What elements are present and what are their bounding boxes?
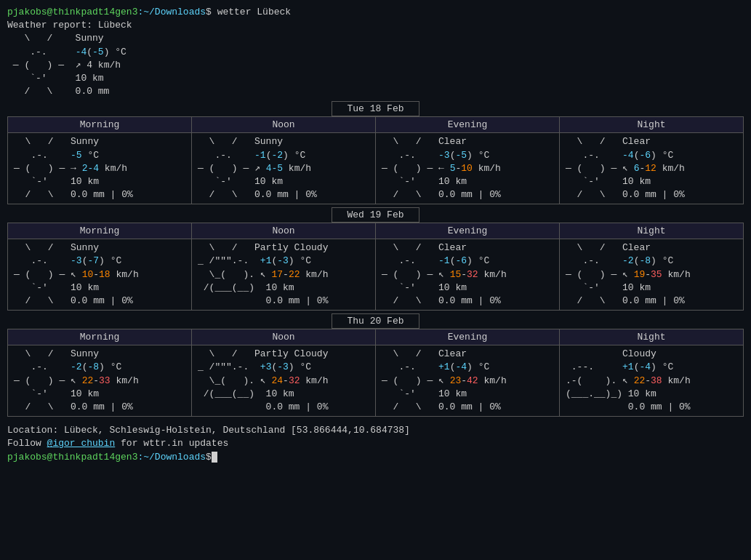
- cell-morning-thu: \ / Sunny .-. -2(-8) °C — ( ) — ↖ 22-33 …: [8, 345, 192, 417]
- bottom-prompt-symbol: $: [206, 452, 212, 463]
- weather-data-row-thu: \ / Sunny .-. -2(-8) °C — ( ) — ↖ 22-33 …: [8, 345, 744, 417]
- col-noon-wed: Noon: [192, 223, 376, 239]
- footer-section: Location: Lübeck, Schleswig-Holstein, De…: [7, 420, 744, 465]
- col-night-thu: Night: [560, 329, 744, 345]
- evening-content-wed: \ / Clear .-. -1(-6) °C — ( ) — ↖ 15-32 …: [382, 241, 553, 308]
- col-morning-thu: Morning: [8, 329, 192, 345]
- morning-content-wed: \ / Sunny .-. -3(-7) °C — ( ) — ↖ 10-18 …: [14, 241, 185, 308]
- terminal: pjakobs@thinkpadt14gen3:~/Downloads$ wet…: [0, 0, 751, 560]
- col-evening-thu: Evening: [376, 329, 560, 345]
- weather-table-tue: Morning Noon Evening Night \ / Sunny .-.…: [7, 116, 744, 204]
- weather-data-row-tue: \ / Sunny .-. -5 °C — ( ) — → 2-4 km/h `…: [8, 133, 744, 204]
- follow-line: Follow @igor_chubin for wttr.in updates: [7, 437, 744, 450]
- col-evening-wed: Evening: [376, 223, 560, 239]
- location-line: Location: Lübeck, Schleswig-Holstein, De…: [7, 424, 744, 437]
- day-block-tue: Tue 18 Feb Morning Noon Evening Night \ …: [7, 101, 744, 204]
- prompt-user: pjakobs@thinkpadt14gen3: [7, 7, 137, 17]
- cell-morning-tue: \ / Sunny .-. -5 °C — ( ) — → 2-4 km/h `…: [8, 133, 192, 204]
- cell-noon-tue: \ / Sunny .-. -1(-2) °C — ( ) — ↗ 4-5 km…: [192, 133, 376, 204]
- top-icon-l2: .-. -4(-5) °C: [7, 47, 126, 57]
- cell-morning-wed: \ / Sunny .-. -3(-7) °C — ( ) — ↖ 10-18 …: [8, 239, 192, 311]
- day-header-wed: Wed 19 Feb: [7, 207, 744, 223]
- morning-content-tue: \ / Sunny .-. -5 °C — ( ) — → 2-4 km/h `…: [14, 135, 185, 201]
- col-morning-tue: Morning: [8, 117, 192, 133]
- cell-noon-thu: \ / Partly Cloudy _ /""".-. +3(-3) °C \_…: [192, 345, 376, 417]
- cell-evening-tue: \ / Clear .-. -3(-5) °C — ( ) — ← 5-10 k…: [376, 133, 560, 204]
- top-prompt-line: pjakobs@thinkpadt14gen3:~/Downloads$ wet…: [7, 6, 744, 19]
- weather-table-wed: Morning Noon Evening Night \ / Sunny .-.…: [7, 223, 744, 311]
- col-morning-wed: Morning: [8, 223, 192, 239]
- top-icon-l3: — ( ) — ↗ 4 km/h: [7, 60, 121, 71]
- follow-text-before: Follow: [7, 438, 47, 449]
- bottom-prompt: pjakobs@thinkpadt14gen3:~/Downloads$: [7, 451, 744, 464]
- night-content-thu: Cloudy .--. +1(-4) °C .-( ). ↖ 22-38 km/…: [566, 348, 737, 414]
- day-header-tue: Tue 18 Feb: [7, 101, 744, 116]
- follow-text-after: for wttr.in updates: [115, 438, 228, 449]
- weather-data-row-wed: \ / Sunny .-. -3(-7) °C — ( ) — ↖ 10-18 …: [8, 239, 744, 311]
- col-evening-tue: Evening: [376, 117, 560, 133]
- col-night-tue: Night: [560, 117, 744, 133]
- night-content-wed: \ / Clear .-. -2(-8) °C — ( ) — ↖ 19-35 …: [566, 241, 737, 308]
- cell-night-wed: \ / Clear .-. -2(-8) °C — ( ) — ↖ 19-35 …: [560, 239, 744, 311]
- command-text: $ wetter Lübeck: [206, 7, 291, 17]
- noon-content-tue: \ / Sunny .-. -1(-2) °C — ( ) — ↗ 4-5 km…: [198, 135, 369, 201]
- noon-content-wed: \ / Partly Cloudy _ /""".-. +1(-3) °C \_…: [198, 241, 369, 308]
- col-noon-tue: Noon: [192, 117, 376, 133]
- cell-evening-wed: \ / Clear .-. -1(-6) °C — ( ) — ↖ 15-32 …: [376, 239, 560, 311]
- cell-noon-wed: \ / Partly Cloudy _ /""".-. +1(-3) °C \_…: [192, 239, 376, 311]
- weather-table-thu: Morning Noon Evening Night \ / Sunny .-.…: [7, 329, 744, 417]
- day-label-tue: Tue 18 Feb: [332, 101, 419, 116]
- top-icon-l5: / \ 0.0 mm: [7, 86, 109, 97]
- day-label-thu: Thu 20 Feb: [332, 313, 419, 329]
- day-header-thu: Thu 20 Feb: [7, 313, 744, 329]
- cell-night-thu: Cloudy .--. +1(-4) °C .-( ). ↖ 22-38 km/…: [560, 345, 744, 417]
- top-icon-l4: `-' 10 km: [7, 73, 104, 84]
- cell-night-tue: \ / Clear .-. -4(-6) °C — ( ) — ↖ 6-12 k…: [560, 133, 744, 204]
- bottom-prompt-path: :~/Downloads: [137, 452, 206, 463]
- weather-report-label: Weather report: Lübeck: [7, 19, 744, 32]
- follow-handle-link[interactable]: @igor_chubin: [47, 438, 116, 449]
- evening-content-tue: \ / Clear .-. -3(-5) °C — ( ) — ← 5-10 k…: [382, 135, 553, 201]
- top-icon-l1: \ / Sunny: [7, 33, 104, 44]
- prompt-path: :~/Downloads: [137, 7, 206, 17]
- evening-content-thu: \ / Clear .-. +1(-4) °C — ( ) — ↖ 23-42 …: [382, 348, 553, 414]
- noon-content-thu: \ / Partly Cloudy _ /""".-. +3(-3) °C \_…: [198, 348, 369, 414]
- morning-content-thu: \ / Sunny .-. -2(-8) °C — ( ) — ↖ 22-33 …: [14, 348, 185, 414]
- cell-evening-thu: \ / Clear .-. +1(-4) °C — ( ) — ↖ 23-42 …: [376, 345, 560, 417]
- day-block-thu: Thu 20 Feb Morning Noon Evening Night \ …: [7, 313, 744, 417]
- top-weather-block: \ / Sunny .-. -4(-5) °C — ( ) — ↗ 4 km/h…: [7, 32, 744, 98]
- day-label-wed: Wed 19 Feb: [332, 207, 419, 223]
- bottom-prompt-user: pjakobs@thinkpadt14gen3: [7, 452, 137, 463]
- cursor: [212, 452, 217, 463]
- col-night-wed: Night: [560, 223, 744, 239]
- night-content-tue: \ / Clear .-. -4(-6) °C — ( ) — ↖ 6-12 k…: [566, 135, 737, 201]
- col-noon-thu: Noon: [192, 329, 376, 345]
- day-block-wed: Wed 19 Feb Morning Noon Evening Night \ …: [7, 207, 744, 311]
